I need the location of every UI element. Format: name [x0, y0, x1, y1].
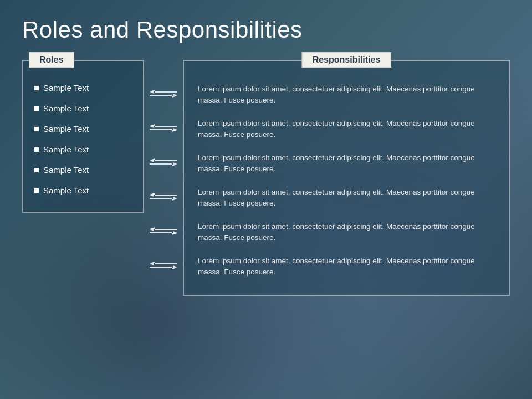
role-item: Sample Text [32, 78, 135, 98]
responsibility-item: Lorem ipsum dolor sit amet, consectetuer… [198, 249, 495, 284]
responsibility-text: Lorem ipsum dolor sit amet, consectetuer… [198, 84, 495, 106]
double-arrow-icon [150, 227, 177, 235]
arrow-icon [150, 180, 177, 214]
roles-header: Roles [29, 52, 74, 68]
double-arrow-icon [150, 124, 177, 132]
arrows-column [144, 60, 183, 294]
page-title: Roles and Responsibilities [22, 17, 510, 43]
role-item: Sample Text [32, 160, 135, 180]
arrows-list [150, 76, 177, 283]
arrow-icon [150, 145, 177, 180]
responsibility-text: Lorem ipsum dolor sit amet, consectetuer… [198, 255, 495, 278]
responsibility-text: Lorem ipsum dolor sit amet, consectetuer… [198, 152, 495, 175]
responsibility-item: Lorem ipsum dolor sit amet, consectetuer… [198, 78, 495, 112]
role-label: Sample Text [43, 124, 89, 134]
role-item: Sample Text [32, 180, 135, 201]
role-bullet [34, 106, 39, 111]
role-bullet [34, 168, 39, 172]
responsibility-item: Lorem ipsum dolor sit amet, consectetuer… [198, 215, 495, 249]
responsibilities-panel: Responsibilities Lorem ipsum dolor sit a… [183, 60, 510, 296]
role-item: Sample Text [32, 139, 135, 160]
role-bullet [34, 188, 39, 193]
arrow-icon [150, 248, 177, 283]
role-label: Sample Text [43, 104, 89, 113]
role-label: Sample Text [43, 83, 89, 93]
role-item: Sample Text [32, 98, 135, 119]
role-label: Sample Text [43, 186, 89, 195]
arrow-icon [150, 214, 177, 248]
arrow-icon [150, 76, 177, 111]
responsibility-text: Lorem ipsum dolor sit amet, consectetuer… [198, 221, 495, 244]
responsibilities-list: Lorem ipsum dolor sit amet, consectetuer… [198, 78, 495, 284]
responsibilities-header: Responsibilities [302, 52, 391, 68]
role-item: Sample Text [32, 119, 135, 139]
responsibility-item: Lorem ipsum dolor sit amet, consectetuer… [198, 181, 495, 215]
role-label: Sample Text [43, 145, 89, 154]
double-arrow-icon [150, 262, 177, 269]
roles-list: Sample Text Sample Text Sample Text Samp… [32, 78, 135, 201]
double-arrow-icon [150, 193, 177, 201]
role-bullet [34, 147, 39, 152]
role-bullet [34, 127, 39, 131]
responsibility-item: Lorem ipsum dolor sit amet, consectetuer… [198, 146, 495, 181]
responsibility-item: Lorem ipsum dolor sit amet, consectetuer… [198, 112, 495, 146]
role-label: Sample Text [43, 165, 89, 175]
role-bullet [34, 86, 39, 90]
main-layout: Roles Sample Text Sample Text Sample Tex… [22, 60, 510, 296]
responsibility-text: Lorem ipsum dolor sit amet, consectetuer… [198, 118, 495, 141]
double-arrow-icon [150, 90, 177, 98]
roles-panel: Roles Sample Text Sample Text Sample Tex… [22, 60, 144, 213]
responsibility-text: Lorem ipsum dolor sit amet, consectetuer… [198, 187, 495, 209]
arrow-icon [150, 111, 177, 145]
page-content: Roles and Responsibilities Roles Sample … [0, 0, 532, 399]
double-arrow-icon [150, 158, 177, 166]
